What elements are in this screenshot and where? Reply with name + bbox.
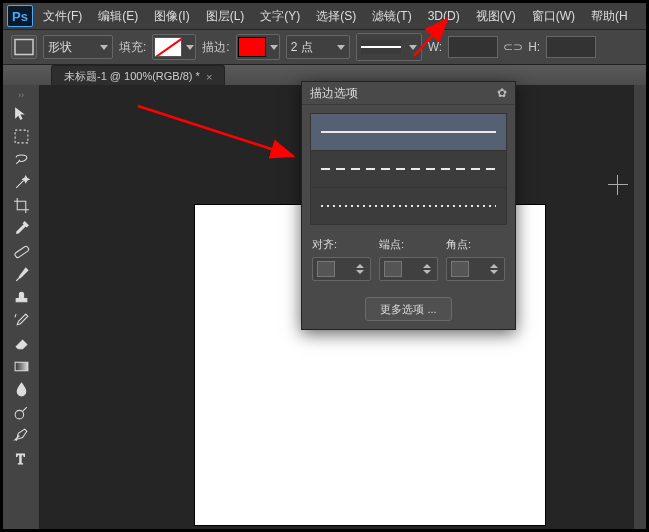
gradient-tool[interactable] bbox=[7, 355, 35, 378]
no-fill-icon bbox=[154, 37, 182, 57]
healing-tool[interactable] bbox=[7, 240, 35, 263]
lasso-tool[interactable] bbox=[7, 148, 35, 171]
cap-butt-icon bbox=[384, 261, 402, 277]
panel-header[interactable]: 描边选项 ✿ bbox=[302, 82, 515, 105]
svg-point-4 bbox=[15, 410, 24, 419]
stamp-tool[interactable] bbox=[7, 286, 35, 309]
marquee-tool[interactable] bbox=[7, 125, 35, 148]
toolbox-handle[interactable]: ›› bbox=[5, 91, 37, 99]
solid-line-icon bbox=[321, 131, 496, 133]
chevron-down-icon bbox=[409, 45, 417, 50]
chevron-down-icon bbox=[337, 45, 345, 50]
stroke-preset-dotted[interactable] bbox=[311, 188, 506, 224]
caps-label: 端点: bbox=[379, 237, 438, 252]
stroke-label: 描边: bbox=[202, 39, 229, 56]
menu-type[interactable]: 文字(Y) bbox=[254, 5, 306, 28]
pen-tool[interactable] bbox=[7, 424, 35, 447]
document-tab-title: 未标题-1 @ 100%(RGB/8) * bbox=[64, 69, 200, 84]
lasso-icon bbox=[13, 151, 30, 168]
menu-bar: Ps 文件(F) 编辑(E) 图像(I) 图层(L) 文字(Y) 选择(S) 滤… bbox=[3, 3, 646, 30]
chevron-down-icon bbox=[186, 45, 194, 50]
stroke-preset-solid[interactable] bbox=[311, 114, 506, 151]
menu-filter[interactable]: 滤镜(T) bbox=[366, 5, 417, 28]
history-brush-tool[interactable] bbox=[7, 309, 35, 332]
link-icon[interactable]: ⊂⊃ bbox=[504, 37, 522, 57]
stroke-line-preview bbox=[361, 40, 401, 54]
type-icon: T bbox=[13, 450, 30, 467]
menu-edit[interactable]: 编辑(E) bbox=[92, 5, 144, 28]
more-options-button[interactable]: 更多选项 ... bbox=[365, 297, 451, 321]
svg-rect-3 bbox=[15, 362, 28, 371]
type-tool[interactable]: T bbox=[7, 447, 35, 470]
toolbox: ›› T bbox=[3, 85, 40, 529]
tool-preset-button[interactable] bbox=[11, 35, 37, 59]
pen-icon bbox=[13, 427, 30, 444]
stroke-preset-list bbox=[310, 113, 507, 225]
crop-tool[interactable] bbox=[7, 194, 35, 217]
stroke-swatch-dropdown[interactable] bbox=[236, 34, 280, 60]
gear-icon[interactable]: ✿ bbox=[497, 86, 507, 100]
stroke-options-panel: 描边选项 ✿ 对齐: 端点: 角点: 更多选项 ... bbox=[301, 81, 516, 330]
panel-title: 描边选项 bbox=[310, 85, 358, 102]
wand-tool[interactable] bbox=[7, 171, 35, 194]
stroke-width-value: 2 点 bbox=[291, 39, 313, 56]
fill-swatch-dropdown[interactable] bbox=[152, 34, 196, 60]
menu-image[interactable]: 图像(I) bbox=[148, 5, 195, 28]
right-panel-strip[interactable] bbox=[633, 85, 646, 529]
fill-label: 填充: bbox=[119, 39, 146, 56]
corners-label: 角点: bbox=[446, 237, 505, 252]
menu-layer[interactable]: 图层(L) bbox=[200, 5, 251, 28]
eyedropper-icon bbox=[13, 220, 30, 237]
stroke-preset-dashed[interactable] bbox=[311, 151, 506, 188]
red-swatch-icon bbox=[238, 37, 266, 57]
chevron-down-icon bbox=[270, 45, 278, 50]
chevron-down-icon bbox=[100, 45, 108, 50]
menu-view[interactable]: 视图(V) bbox=[470, 5, 522, 28]
svg-text:T: T bbox=[16, 452, 25, 467]
width-label: W: bbox=[428, 40, 442, 54]
caps-dropdown[interactable] bbox=[379, 257, 438, 281]
height-label: H: bbox=[528, 40, 540, 54]
gradient-icon bbox=[13, 358, 30, 375]
dashed-line-icon bbox=[321, 168, 496, 170]
menu-3d[interactable]: 3D(D) bbox=[422, 6, 466, 26]
stroke-width-dropdown[interactable]: 2 点 bbox=[286, 35, 350, 59]
menu-window[interactable]: 窗口(W) bbox=[526, 5, 581, 28]
brush-icon bbox=[13, 266, 30, 283]
menu-select[interactable]: 选择(S) bbox=[310, 5, 362, 28]
rectangle-icon bbox=[12, 35, 36, 59]
height-field[interactable] bbox=[546, 36, 596, 58]
align-dropdown[interactable] bbox=[312, 257, 371, 281]
brush-tool[interactable] bbox=[7, 263, 35, 286]
svg-rect-0 bbox=[15, 40, 33, 55]
align-label: 对齐: bbox=[312, 237, 371, 252]
move-icon bbox=[13, 105, 30, 122]
drop-icon bbox=[13, 381, 30, 398]
eyedropper-tool[interactable] bbox=[7, 217, 35, 240]
corner-miter-icon bbox=[451, 261, 469, 277]
dodge-icon bbox=[13, 404, 30, 421]
svg-rect-2 bbox=[14, 245, 29, 258]
mode-dropdown[interactable]: 形状 bbox=[43, 35, 113, 59]
move-tool[interactable] bbox=[7, 102, 35, 125]
options-bar: 形状 填充: 描边: 2 点 W: ⊂⊃ H: bbox=[3, 30, 646, 65]
crop-icon bbox=[13, 197, 30, 214]
menu-file[interactable]: 文件(F) bbox=[37, 5, 88, 28]
eraser-icon bbox=[13, 335, 30, 352]
history-brush-icon bbox=[13, 312, 30, 329]
dotted-line-icon bbox=[321, 205, 496, 207]
menu-help[interactable]: 帮助(H bbox=[585, 5, 634, 28]
corners-dropdown[interactable] bbox=[446, 257, 505, 281]
dodge-tool[interactable] bbox=[7, 401, 35, 424]
width-field[interactable] bbox=[448, 36, 498, 58]
close-icon[interactable]: × bbox=[206, 71, 212, 83]
stroke-style-dropdown[interactable] bbox=[356, 33, 422, 61]
cursor-crosshair-icon bbox=[608, 175, 628, 195]
align-inside-icon bbox=[317, 261, 335, 277]
app-logo: Ps bbox=[7, 5, 33, 27]
wand-icon bbox=[13, 174, 30, 191]
blur-tool[interactable] bbox=[7, 378, 35, 401]
bandaid-icon bbox=[13, 243, 30, 260]
eraser-tool[interactable] bbox=[7, 332, 35, 355]
document-tab[interactable]: 未标题-1 @ 100%(RGB/8) * × bbox=[51, 65, 225, 87]
